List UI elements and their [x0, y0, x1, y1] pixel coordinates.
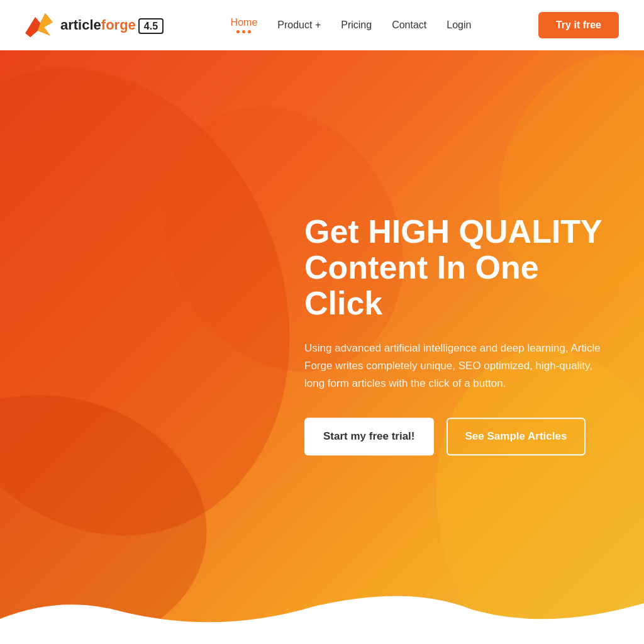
nav-contact-item[interactable]: Contact [392, 19, 426, 31]
hero-subtext: Using advanced artificial intelligence a… [304, 340, 606, 392]
logo-version: 4.5 [138, 18, 164, 34]
svg-marker-1 [25, 17, 40, 37]
logo-bird-icon [25, 13, 55, 37]
nav-product-link[interactable]: Product + [277, 19, 321, 30]
nav-links: Home Product + Pricing Contact Login [231, 17, 472, 33]
try-free-button[interactable]: Try it free [538, 12, 619, 38]
hero-buttons: Start my free trial! See Sample Articles [304, 418, 606, 455]
navbar: articleforge4.5 Home Product + Pricing C… [0, 0, 644, 50]
svg-marker-2 [38, 13, 53, 36]
nav-login-item[interactable]: Login [447, 19, 471, 31]
nav-login-link[interactable]: Login [447, 19, 471, 30]
sample-articles-button[interactable]: See Sample Articles [447, 418, 586, 455]
logo-text: articleforge4.5 [60, 17, 164, 33]
hero-heading: Get HIGH QUALITY Content In One Click [304, 214, 606, 322]
nav-contact-link[interactable]: Contact [392, 19, 426, 30]
hero-heading-line1: Get HIGH QUALITY [304, 213, 602, 250]
hero-heading-line2: Content In One Click [304, 249, 539, 321]
dot-3 [248, 30, 251, 33]
logo[interactable]: articleforge4.5 [25, 13, 164, 37]
hero-wave [0, 594, 644, 644]
nav-pricing-link[interactable]: Pricing [341, 19, 372, 30]
dot-2 [242, 30, 245, 33]
nav-product-item[interactable]: Product + [277, 19, 321, 31]
hero-section: Get HIGH QUALITY Content In One Click Us… [0, 50, 644, 644]
hero-content: Get HIGH QUALITY Content In One Click Us… [304, 214, 606, 455]
nav-pricing-item[interactable]: Pricing [341, 19, 372, 31]
dot-1 [236, 30, 240, 33]
free-trial-button[interactable]: Start my free trial! [304, 418, 434, 455]
nav-home-item[interactable]: Home [231, 17, 258, 33]
nav-home-link[interactable]: Home [231, 17, 258, 28]
